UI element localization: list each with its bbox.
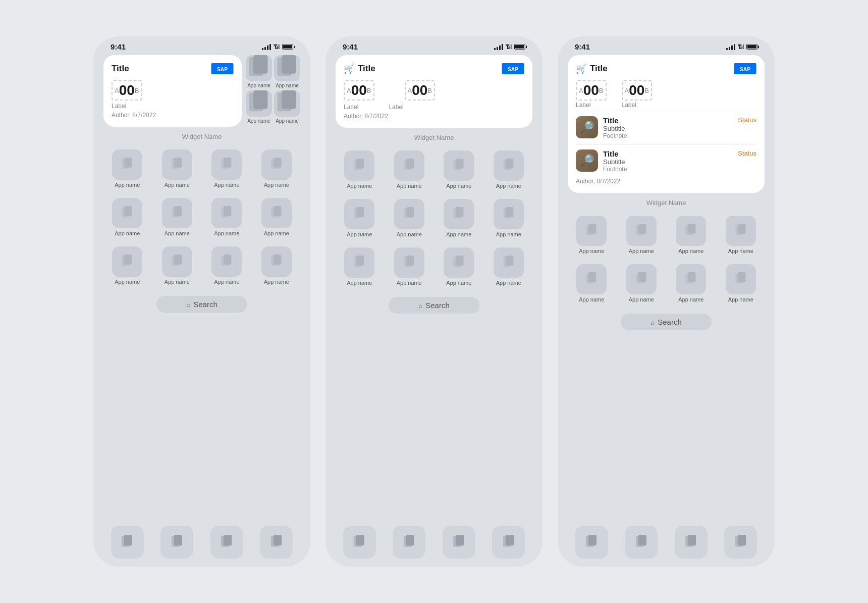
- dock-icon-7[interactable]: [443, 526, 475, 559]
- list-item-status-2: Status: [738, 149, 756, 157]
- sap-logo-3: SAP: [734, 63, 756, 74]
- app-item-top-4[interactable]: App name: [274, 90, 300, 124]
- svg-rect-75: [506, 535, 514, 545]
- app-item-top-2[interactable]: App name: [274, 55, 300, 88]
- dock-icon-8[interactable]: [492, 526, 525, 559]
- app-icon: [211, 149, 242, 180]
- app-name-top-4: App name: [276, 118, 299, 124]
- list-item[interactable]: App name: [568, 213, 616, 257]
- app-name: App name: [446, 183, 471, 189]
- widget-header-2: 🛒 Title SAP: [344, 63, 524, 74]
- dock-icon-6[interactable]: [393, 526, 425, 559]
- dock-icon-2[interactable]: [160, 526, 193, 559]
- widget-name-3: Widget Name: [568, 197, 765, 209]
- svg-rect-21: [174, 206, 182, 216]
- dock-icon-4[interactable]: [260, 526, 293, 559]
- list-item[interactable]: App name: [336, 147, 384, 192]
- app-icon: [261, 246, 292, 277]
- list-item[interactable]: App name: [103, 146, 151, 191]
- search-button-3[interactable]: ⌕ Search: [621, 314, 712, 330]
- dock-icon-12[interactable]: [724, 526, 757, 559]
- dock-icon-5[interactable]: [343, 526, 376, 559]
- sap-logo-1: SAP: [211, 63, 234, 74]
- svg-rect-35: [124, 535, 132, 545]
- app-icon: [112, 198, 142, 228]
- app-item-top-3[interactable]: App name: [246, 90, 272, 124]
- list-item[interactable]: App name: [485, 244, 533, 289]
- app-icon-top-4: [274, 90, 300, 117]
- search-button-1[interactable]: ⌕ Search: [156, 296, 247, 313]
- list-item[interactable]: App name: [435, 244, 483, 289]
- list-item[interactable]: App name: [618, 213, 666, 257]
- dock-icon-1[interactable]: [111, 526, 144, 559]
- app-item-top-1[interactable]: App name: [246, 55, 272, 88]
- svg-rect-47: [406, 159, 414, 169]
- list-item[interactable]: App name: [153, 243, 201, 288]
- app-name: App name: [115, 279, 140, 285]
- app-name: App name: [165, 279, 190, 285]
- svg-rect-13: [174, 158, 182, 168]
- status-icons-3: 📶︎: [726, 43, 757, 51]
- app-name: App name: [264, 230, 289, 236]
- list-item[interactable]: App name: [103, 243, 151, 288]
- list-item[interactable]: App name: [386, 244, 433, 289]
- list-item-subtitle-2: Subtitle: [603, 158, 733, 166]
- list-item[interactable]: App name: [203, 146, 251, 191]
- list-item[interactable]: App name: [717, 261, 765, 306]
- list-item[interactable]: App name: [435, 196, 483, 240]
- list-item[interactable]: App name: [153, 146, 201, 191]
- list-item[interactable]: App name: [717, 213, 765, 257]
- svg-rect-91: [688, 272, 695, 282]
- list-item[interactable]: App name: [103, 195, 151, 239]
- separator-1: [576, 111, 756, 111]
- counter-display-3b: A 00 B: [622, 80, 653, 100]
- list-item[interactable]: App name: [667, 261, 715, 306]
- dock-icon-3[interactable]: [210, 526, 243, 559]
- list-item[interactable]: App name: [435, 147, 483, 192]
- list-item[interactable]: App name: [386, 147, 433, 192]
- list-item[interactable]: App name: [485, 196, 533, 240]
- app-icon: [444, 199, 474, 229]
- app-name: App name: [264, 182, 289, 188]
- app-icon: [344, 247, 374, 278]
- widget-list-item-1[interactable]: 🔎 Title Subtitle Footnote Status: [576, 113, 756, 142]
- svg-rect-7: [253, 90, 267, 109]
- counter-row-3: A 00 B Label A 00: [576, 80, 756, 109]
- status-bar-1: 9:41 📶︎: [98, 36, 305, 55]
- dock-3: [563, 522, 770, 567]
- list-item[interactable]: App name: [667, 213, 715, 257]
- time-3: 9:41: [575, 42, 590, 51]
- list-item[interactable]: App name: [253, 146, 301, 191]
- app-grid-2-row1: App name App name App name App name: [336, 147, 532, 192]
- list-item[interactable]: App name: [336, 244, 384, 289]
- list-item[interactable]: App name: [485, 147, 533, 192]
- list-item[interactable]: App name: [203, 243, 251, 288]
- counter-row-2: A 00 B A 00 B: [344, 80, 524, 100]
- svg-rect-49: [456, 159, 463, 169]
- widget-list-item-2[interactable]: 🔎 Title Subtitle Footnote Status: [576, 146, 756, 176]
- app-name: App name: [446, 231, 471, 237]
- dock-icon-11[interactable]: [675, 526, 708, 559]
- app-name: App name: [214, 182, 239, 188]
- list-item[interactable]: App name: [618, 261, 666, 306]
- wifi-icon-3: 📶︎: [738, 43, 744, 51]
- list-item[interactable]: App name: [203, 195, 251, 239]
- search-button-2[interactable]: ⌕ Search: [389, 297, 479, 314]
- counter-label-2a: Label: [344, 104, 358, 111]
- app-icon: [494, 199, 524, 229]
- svg-rect-33: [274, 255, 281, 265]
- svg-rect-87: [588, 272, 596, 282]
- phone-1-content: Title SAP A 00: [98, 55, 305, 522]
- dock-icon-10[interactable]: [625, 526, 658, 559]
- app-grid-3-row2: App name App name App name App name: [568, 261, 765, 306]
- svg-rect-31: [224, 255, 231, 265]
- top-row-1: Title SAP A 00: [103, 55, 300, 127]
- list-item[interactable]: App name: [336, 196, 384, 240]
- list-item[interactable]: App name: [153, 195, 201, 239]
- svg-rect-81: [638, 224, 646, 234]
- list-item[interactable]: App name: [386, 196, 433, 240]
- list-item[interactable]: App name: [253, 195, 301, 239]
- list-item[interactable]: App name: [568, 261, 616, 306]
- dock-icon-9[interactable]: [575, 526, 608, 559]
- list-item[interactable]: App name: [253, 243, 301, 288]
